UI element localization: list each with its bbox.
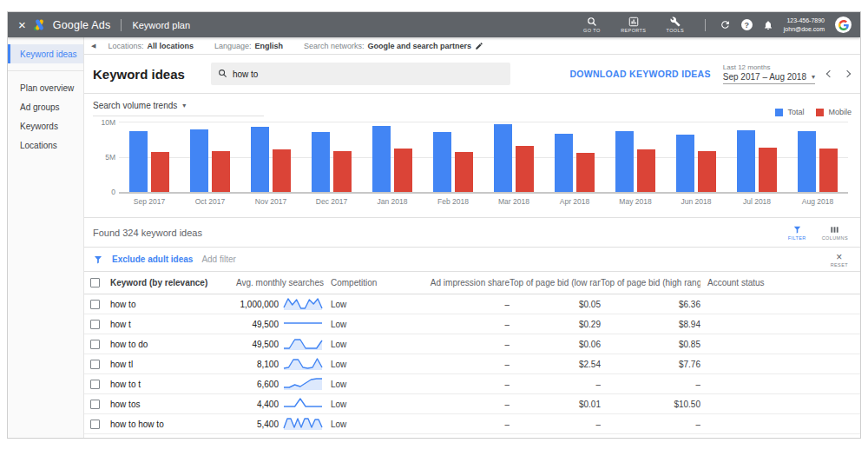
bar-group-oct-2017: Oct 2017	[180, 122, 240, 192]
reset-label: RESET	[831, 262, 848, 268]
row-checkbox[interactable]	[90, 380, 100, 389]
impression-share-cell: –	[427, 340, 510, 349]
reports-button[interactable]: REPORTS	[618, 17, 649, 33]
total-bar	[737, 130, 755, 192]
filter-label: FILTER	[788, 235, 806, 241]
x-axis-label: Nov 2017	[240, 197, 301, 206]
app-window: × Google Ads Keyword plan GO TO	[7, 11, 861, 439]
table-body: how to1,000,000Low–$0.05$6.36how t49,500…	[84, 294, 860, 434]
page-title: Keyword plan	[132, 20, 190, 30]
search-input[interactable]	[233, 69, 503, 79]
low-bid-cell: –	[510, 380, 601, 389]
mobile-bar	[637, 149, 655, 192]
context-bar: ◀ Locations: All locations Language: Eng…	[84, 37, 860, 55]
high-bid-cell: $10.50	[601, 400, 700, 409]
download-keyword-ideas-link[interactable]: DOWNLOAD KEYWORD IDEAS	[569, 69, 710, 79]
row-checkbox[interactable]	[90, 360, 100, 369]
sidebar-item-keyword-ideas[interactable]: Keyword ideas	[8, 44, 83, 63]
add-filter-button[interactable]: Add filter	[201, 254, 235, 264]
legend-label: Mobile	[828, 108, 852, 116]
refresh-icon[interactable]	[720, 20, 731, 30]
col-impression-share[interactable]: Ad impression share	[427, 278, 510, 287]
sidebar-item-ad-groups[interactable]: Ad groups	[8, 97, 83, 116]
sidebar-item-plan-overview[interactable]: Plan overview	[8, 78, 83, 97]
col-avg-searches[interactable]: Avg. monthly searches	[229, 278, 324, 287]
table-row: how to1,000,000Low–$0.05$6.36	[84, 294, 860, 314]
col-keyword[interactable]: Keyword (by relevance)	[103, 278, 229, 287]
edit-pencil-icon[interactable]	[475, 42, 483, 50]
filter-button[interactable]: FILTER	[788, 225, 806, 241]
table-row: how t49,500Low–$0.29$8.94	[84, 314, 860, 334]
low-bid-cell: $0.29	[510, 320, 601, 329]
goto-label: GO TO	[583, 28, 601, 33]
language-setting[interactable]: Language: English	[214, 42, 283, 50]
col-account-status[interactable]: Account status	[700, 278, 860, 287]
competition-cell: Low	[324, 320, 427, 329]
high-bid-cell: $0.85	[601, 340, 700, 349]
competition-cell: Low	[324, 380, 427, 389]
keyword-search-box[interactable]	[211, 63, 510, 85]
bar-group-mar-2018: Mar 2018	[483, 122, 544, 192]
sparkline-icon	[283, 296, 323, 311]
previous-period-button[interactable]	[826, 70, 833, 77]
row-checkbox[interactable]	[90, 420, 100, 429]
row-checkbox-cell	[84, 320, 103, 329]
help-icon[interactable]: ?	[741, 19, 753, 30]
sidebar-nav: Keyword ideasPlan overviewAd groupsKeywo…	[8, 37, 84, 438]
sidebar-item-locations[interactable]: Locations	[8, 135, 83, 155]
trend-sparkline-cell	[279, 396, 324, 413]
bar-group-jul-2018: Jul 2018	[727, 122, 787, 192]
col-high-bid[interactable]: Top of page bid (high range)	[601, 278, 700, 287]
mobile-bar	[819, 149, 838, 192]
close-icon[interactable]: ×	[18, 18, 26, 31]
col-low-bid[interactable]: Top of page bid (low range)	[510, 278, 601, 287]
row-checkbox[interactable]	[90, 340, 100, 349]
total-bar	[129, 131, 148, 192]
bar-groups: Sep 2017Oct 2017Nov 2017Dec 2017Jan 2018…	[119, 122, 848, 192]
bar-chart-plot: 10M 5M 0 Sep 2017Oct 2017Nov 2017Dec 201…	[119, 122, 848, 194]
y-axis-tick: 0	[93, 188, 115, 196]
avg-searches-cell: 8,100	[229, 360, 279, 369]
google-avatar[interactable]	[835, 17, 852, 33]
x-axis-label: Aug 2018	[787, 197, 848, 206]
keyword-cell: how to do	[103, 340, 229, 349]
legend-item-total[interactable]: Total	[775, 108, 804, 116]
chart-type-dropdown[interactable]: Search volume trends ▾	[93, 101, 264, 116]
mobile-bar	[759, 148, 777, 192]
row-checkbox[interactable]	[90, 300, 100, 309]
select-all-checkbox[interactable]	[90, 278, 100, 287]
row-checkbox[interactable]	[90, 400, 100, 409]
sidebar-item-keywords[interactable]: Keywords	[8, 116, 83, 135]
trend-sparkline-cell	[279, 416, 324, 433]
networks-setting[interactable]: Search networks: Google and search partn…	[304, 42, 483, 50]
legend-label: Total	[787, 108, 804, 116]
date-range-picker[interactable]: Last 12 months Sep 2017 – Aug 2018 ▾	[723, 63, 815, 84]
competition-cell: Low	[324, 360, 427, 369]
sparkline-icon	[283, 336, 323, 351]
next-period-button[interactable]	[844, 70, 851, 77]
competition-cell: Low	[324, 340, 427, 349]
reset-button[interactable]: × RESET	[831, 252, 848, 268]
collapse-panel-icon[interactable]: ◀	[91, 43, 95, 50]
trend-sparkline-cell	[279, 356, 324, 373]
exclude-adult-ideas-chip[interactable]: Exclude adult ideas	[112, 254, 193, 264]
row-checkbox[interactable]	[90, 320, 100, 329]
table-row: how tos4,400Low–$0.01$10.50	[84, 394, 860, 414]
col-competition[interactable]: Competition	[324, 278, 427, 287]
total-bar	[615, 131, 634, 192]
notifications-bell-icon[interactable]	[763, 20, 773, 30]
goto-button[interactable]: GO TO	[576, 17, 608, 33]
mobile-bar	[455, 152, 473, 192]
total-bar	[494, 124, 512, 192]
locations-setting[interactable]: Locations: All locations	[108, 42, 194, 50]
google-ads-logo-icon	[33, 18, 46, 31]
x-axis-label: Jul 2018	[727, 197, 787, 206]
row-checkbox-cell	[84, 340, 103, 349]
legend-swatch	[775, 109, 783, 116]
legend-swatch	[816, 109, 824, 116]
table-row: how tl8,100Low–$2.54$7.76	[84, 354, 860, 374]
tools-button[interactable]: TOOLS	[660, 17, 691, 33]
columns-button[interactable]: COLUMNS	[822, 225, 848, 241]
bar-group-dec-2017: Dec 2017	[301, 122, 362, 192]
legend-item-mobile[interactable]: Mobile	[816, 108, 852, 116]
